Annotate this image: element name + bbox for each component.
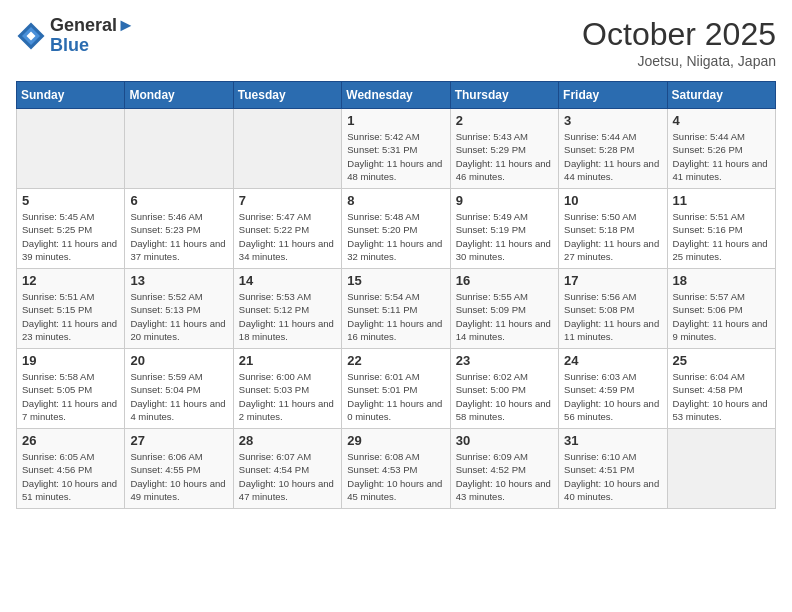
day-number: 17	[564, 273, 661, 288]
calendar-cell: 5Sunrise: 5:45 AMSunset: 5:25 PMDaylight…	[17, 189, 125, 269]
day-number: 27	[130, 433, 227, 448]
calendar-cell: 4Sunrise: 5:44 AMSunset: 5:26 PMDaylight…	[667, 109, 775, 189]
day-info: Sunrise: 5:49 AMSunset: 5:19 PMDaylight:…	[456, 211, 551, 262]
day-info: Sunrise: 5:55 AMSunset: 5:09 PMDaylight:…	[456, 291, 551, 342]
title-block: October 2025 Joetsu, Niigata, Japan	[582, 16, 776, 69]
day-info: Sunrise: 6:04 AMSunset: 4:58 PMDaylight:…	[673, 371, 768, 422]
day-number: 3	[564, 113, 661, 128]
day-number: 11	[673, 193, 770, 208]
day-info: Sunrise: 6:06 AMSunset: 4:55 PMDaylight:…	[130, 451, 225, 502]
calendar-cell: 16Sunrise: 5:55 AMSunset: 5:09 PMDayligh…	[450, 269, 558, 349]
day-info: Sunrise: 5:47 AMSunset: 5:22 PMDaylight:…	[239, 211, 334, 262]
calendar-cell: 30Sunrise: 6:09 AMSunset: 4:52 PMDayligh…	[450, 429, 558, 509]
day-info: Sunrise: 5:44 AMSunset: 5:28 PMDaylight:…	[564, 131, 659, 182]
day-number: 30	[456, 433, 553, 448]
day-info: Sunrise: 5:54 AMSunset: 5:11 PMDaylight:…	[347, 291, 442, 342]
day-info: Sunrise: 6:10 AMSunset: 4:51 PMDaylight:…	[564, 451, 659, 502]
calendar-cell	[667, 429, 775, 509]
week-row-4: 19Sunrise: 5:58 AMSunset: 5:05 PMDayligh…	[17, 349, 776, 429]
day-info: Sunrise: 6:02 AMSunset: 5:00 PMDaylight:…	[456, 371, 551, 422]
day-info: Sunrise: 5:58 AMSunset: 5:05 PMDaylight:…	[22, 371, 117, 422]
week-row-1: 1Sunrise: 5:42 AMSunset: 5:31 PMDaylight…	[17, 109, 776, 189]
calendar-cell: 23Sunrise: 6:02 AMSunset: 5:00 PMDayligh…	[450, 349, 558, 429]
day-info: Sunrise: 6:00 AMSunset: 5:03 PMDaylight:…	[239, 371, 334, 422]
calendar-cell: 6Sunrise: 5:46 AMSunset: 5:23 PMDaylight…	[125, 189, 233, 269]
header-wednesday: Wednesday	[342, 82, 450, 109]
day-number: 23	[456, 353, 553, 368]
header-saturday: Saturday	[667, 82, 775, 109]
day-info: Sunrise: 6:01 AMSunset: 5:01 PMDaylight:…	[347, 371, 442, 422]
day-info: Sunrise: 5:43 AMSunset: 5:29 PMDaylight:…	[456, 131, 551, 182]
day-info: Sunrise: 6:09 AMSunset: 4:52 PMDaylight:…	[456, 451, 551, 502]
calendar-cell: 29Sunrise: 6:08 AMSunset: 4:53 PMDayligh…	[342, 429, 450, 509]
calendar-cell: 3Sunrise: 5:44 AMSunset: 5:28 PMDaylight…	[559, 109, 667, 189]
day-info: Sunrise: 6:03 AMSunset: 4:59 PMDaylight:…	[564, 371, 659, 422]
day-number: 18	[673, 273, 770, 288]
day-number: 24	[564, 353, 661, 368]
calendar-cell: 14Sunrise: 5:53 AMSunset: 5:12 PMDayligh…	[233, 269, 341, 349]
calendar-cell: 2Sunrise: 5:43 AMSunset: 5:29 PMDaylight…	[450, 109, 558, 189]
header-tuesday: Tuesday	[233, 82, 341, 109]
calendar-cell: 26Sunrise: 6:05 AMSunset: 4:56 PMDayligh…	[17, 429, 125, 509]
day-number: 22	[347, 353, 444, 368]
day-number: 21	[239, 353, 336, 368]
day-number: 15	[347, 273, 444, 288]
day-number: 26	[22, 433, 119, 448]
week-row-3: 12Sunrise: 5:51 AMSunset: 5:15 PMDayligh…	[17, 269, 776, 349]
calendar-cell: 8Sunrise: 5:48 AMSunset: 5:20 PMDaylight…	[342, 189, 450, 269]
calendar-cell: 25Sunrise: 6:04 AMSunset: 4:58 PMDayligh…	[667, 349, 775, 429]
day-number: 9	[456, 193, 553, 208]
calendar-cell: 15Sunrise: 5:54 AMSunset: 5:11 PMDayligh…	[342, 269, 450, 349]
calendar-cell: 9Sunrise: 5:49 AMSunset: 5:19 PMDaylight…	[450, 189, 558, 269]
calendar-cell	[233, 109, 341, 189]
day-number: 5	[22, 193, 119, 208]
day-number: 2	[456, 113, 553, 128]
header-sunday: Sunday	[17, 82, 125, 109]
day-number: 14	[239, 273, 336, 288]
calendar-cell: 22Sunrise: 6:01 AMSunset: 5:01 PMDayligh…	[342, 349, 450, 429]
day-info: Sunrise: 5:51 AMSunset: 5:15 PMDaylight:…	[22, 291, 117, 342]
calendar-cell: 12Sunrise: 5:51 AMSunset: 5:15 PMDayligh…	[17, 269, 125, 349]
calendar-cell: 20Sunrise: 5:59 AMSunset: 5:04 PMDayligh…	[125, 349, 233, 429]
day-info: Sunrise: 5:42 AMSunset: 5:31 PMDaylight:…	[347, 131, 442, 182]
day-number: 28	[239, 433, 336, 448]
header-friday: Friday	[559, 82, 667, 109]
calendar-cell: 17Sunrise: 5:56 AMSunset: 5:08 PMDayligh…	[559, 269, 667, 349]
header-thursday: Thursday	[450, 82, 558, 109]
day-info: Sunrise: 5:50 AMSunset: 5:18 PMDaylight:…	[564, 211, 659, 262]
calendar-cell: 10Sunrise: 5:50 AMSunset: 5:18 PMDayligh…	[559, 189, 667, 269]
day-info: Sunrise: 5:56 AMSunset: 5:08 PMDaylight:…	[564, 291, 659, 342]
day-info: Sunrise: 5:51 AMSunset: 5:16 PMDaylight:…	[673, 211, 768, 262]
day-number: 13	[130, 273, 227, 288]
logo-icon	[16, 21, 46, 51]
day-info: Sunrise: 6:05 AMSunset: 4:56 PMDaylight:…	[22, 451, 117, 502]
day-number: 8	[347, 193, 444, 208]
calendar-cell: 18Sunrise: 5:57 AMSunset: 5:06 PMDayligh…	[667, 269, 775, 349]
calendar-cell: 21Sunrise: 6:00 AMSunset: 5:03 PMDayligh…	[233, 349, 341, 429]
calendar-cell: 27Sunrise: 6:06 AMSunset: 4:55 PMDayligh…	[125, 429, 233, 509]
calendar-table: SundayMondayTuesdayWednesdayThursdayFrid…	[16, 81, 776, 509]
day-number: 7	[239, 193, 336, 208]
header-monday: Monday	[125, 82, 233, 109]
day-info: Sunrise: 6:08 AMSunset: 4:53 PMDaylight:…	[347, 451, 442, 502]
calendar-cell: 28Sunrise: 6:07 AMSunset: 4:54 PMDayligh…	[233, 429, 341, 509]
day-number: 31	[564, 433, 661, 448]
day-info: Sunrise: 5:59 AMSunset: 5:04 PMDaylight:…	[130, 371, 225, 422]
day-number: 6	[130, 193, 227, 208]
day-number: 1	[347, 113, 444, 128]
day-number: 29	[347, 433, 444, 448]
day-number: 20	[130, 353, 227, 368]
day-info: Sunrise: 5:53 AMSunset: 5:12 PMDaylight:…	[239, 291, 334, 342]
logo-text: General► Blue	[50, 16, 135, 56]
calendar-cell: 11Sunrise: 5:51 AMSunset: 5:16 PMDayligh…	[667, 189, 775, 269]
logo: General► Blue	[16, 16, 135, 56]
weekday-header-row: SundayMondayTuesdayWednesdayThursdayFrid…	[17, 82, 776, 109]
page-header: General► Blue October 2025 Joetsu, Niiga…	[16, 16, 776, 69]
day-number: 19	[22, 353, 119, 368]
month-title: October 2025	[582, 16, 776, 53]
week-row-2: 5Sunrise: 5:45 AMSunset: 5:25 PMDaylight…	[17, 189, 776, 269]
day-info: Sunrise: 5:52 AMSunset: 5:13 PMDaylight:…	[130, 291, 225, 342]
day-info: Sunrise: 5:44 AMSunset: 5:26 PMDaylight:…	[673, 131, 768, 182]
day-info: Sunrise: 5:46 AMSunset: 5:23 PMDaylight:…	[130, 211, 225, 262]
day-number: 10	[564, 193, 661, 208]
